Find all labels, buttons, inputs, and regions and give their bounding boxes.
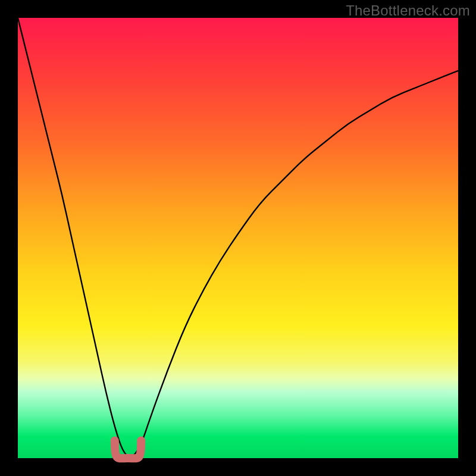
optimal-region-marker bbox=[115, 440, 141, 458]
watermark-text: TheBottleneck.com bbox=[346, 2, 470, 19]
chart-svg-layer bbox=[18, 18, 458, 458]
chart-frame: TheBottleneck.com bbox=[0, 0, 476, 476]
bottleneck-curve bbox=[18, 18, 458, 456]
